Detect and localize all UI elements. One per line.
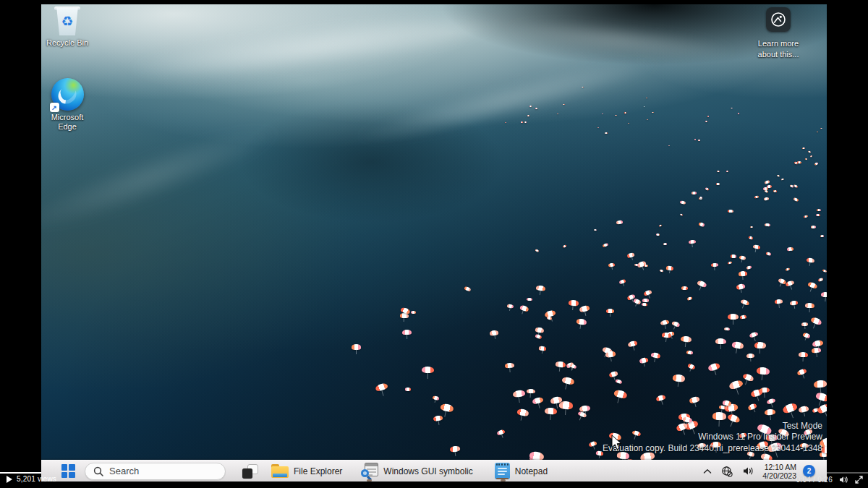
running-indicator — [367, 479, 372, 481]
flamingo — [527, 388, 535, 393]
task-view-button[interactable] — [241, 463, 260, 480]
flamingo — [812, 339, 824, 347]
flamingo — [754, 342, 766, 348]
flamingo — [666, 265, 674, 270]
flamingo — [817, 403, 827, 415]
flamingo — [490, 330, 499, 335]
player-volume-icon[interactable] — [839, 476, 848, 484]
flamingo — [643, 289, 652, 296]
flamingo — [778, 278, 787, 285]
flamingo — [579, 405, 590, 413]
watermark-line: Evaluation copy. Build 23440.ni_prerelea… — [603, 443, 822, 455]
flamingo — [749, 332, 758, 339]
flamingo — [707, 362, 720, 372]
start-button[interactable] — [59, 463, 77, 480]
flamingo — [608, 262, 616, 267]
flamingo — [820, 235, 824, 237]
flamingo — [712, 411, 727, 419]
desktop-icon-recycle-bin[interactable]: ♻ Recycle Bin — [41, 7, 95, 48]
flamingo — [797, 160, 801, 163]
volume-button[interactable] — [741, 463, 756, 480]
flamingo — [535, 327, 545, 333]
flamingo — [680, 213, 684, 216]
globe-no-internet-icon — [721, 466, 733, 477]
desktop-icon-spotlight[interactable]: Learn more about this... — [749, 7, 807, 59]
network-status-button[interactable] — [720, 463, 734, 480]
flamingo — [597, 127, 600, 128]
flamingo — [723, 400, 732, 406]
taskbar-left-group: Search File Explorer — [41, 461, 552, 481]
flamingo — [747, 403, 757, 411]
flamingo — [602, 346, 613, 355]
flamingo — [535, 334, 542, 339]
recycle-bin-icon: ♻ — [54, 7, 81, 36]
flamingo — [794, 161, 799, 165]
flamingo — [527, 115, 529, 116]
flamingo — [804, 215, 808, 218]
flamingo — [750, 388, 763, 398]
search-icon — [93, 466, 103, 476]
flamingo — [716, 183, 720, 185]
taskbar: Search File Explorer — [41, 460, 827, 481]
flamingo — [497, 429, 506, 435]
flamingo — [796, 368, 807, 376]
taskbar-app-file-explorer[interactable]: File Explorer — [267, 462, 346, 481]
flamingo — [582, 87, 583, 87]
flamingo — [570, 364, 577, 369]
player-controls: 0:04 / 0:26 — [796, 476, 863, 484]
flamingo — [506, 304, 514, 308]
flamingo — [660, 270, 664, 273]
flamingo — [529, 106, 532, 107]
flamingo — [538, 346, 546, 351]
clock[interactable]: 12:10 AM 4/20/2023 — [762, 463, 796, 480]
watermark-line: Windows 11 Pro Insider Preview — [603, 432, 822, 443]
flamingo — [519, 304, 529, 312]
flamingo — [731, 108, 733, 109]
flamingo — [512, 390, 525, 398]
flamingo — [705, 121, 707, 122]
flamingo — [634, 263, 639, 266]
flamingo — [753, 244, 761, 249]
flamingo — [782, 402, 798, 414]
flamingo — [699, 197, 702, 198]
running-indicator — [501, 479, 506, 481]
flamingo — [663, 243, 667, 245]
flamingo — [812, 408, 819, 414]
search-input[interactable]: Search — [85, 463, 226, 480]
flamingo — [681, 286, 687, 290]
windows-gui-symbolic-icon — [361, 463, 378, 479]
flamingo — [433, 415, 443, 421]
flamingo — [785, 267, 790, 271]
flamingo — [639, 357, 648, 364]
flamingo — [765, 409, 775, 416]
flamingo — [810, 155, 813, 157]
flamingo — [618, 279, 626, 285]
flamingo — [694, 139, 696, 140]
flamingo — [807, 281, 818, 289]
flamingo — [698, 140, 700, 141]
flamingo — [672, 374, 685, 382]
flamingo — [561, 376, 574, 385]
notepad-icon — [495, 463, 510, 479]
flamingo — [793, 184, 798, 189]
fullscreen-icon[interactable] — [855, 476, 863, 484]
taskbar-app-windows-gui-symbolic[interactable]: Windows GUI symbolic — [357, 462, 477, 481]
flamingo — [667, 331, 675, 337]
flamingo — [375, 382, 388, 393]
video-player: ♻ Recycle Bin ↗ Microsoft Edge Learn m — [0, 0, 868, 488]
flamingo — [715, 338, 726, 345]
sandbar-swirl — [127, 4, 505, 90]
taskbar-app-notepad[interactable]: Notepad — [490, 462, 552, 481]
windows-logo-icon — [61, 464, 75, 478]
flamingo — [608, 370, 618, 377]
flamingo — [724, 403, 738, 412]
play-icon[interactable] — [7, 476, 12, 483]
flamingo — [821, 292, 827, 298]
flamingo — [739, 271, 748, 277]
desktop-icon-microsoft-edge[interactable]: ↗ Microsoft Edge — [41, 78, 95, 132]
flamingo — [728, 262, 732, 265]
flamingo — [805, 303, 814, 309]
tray-chevron-up-button[interactable] — [702, 463, 713, 480]
flamingo — [764, 180, 770, 184]
flamingo — [765, 252, 771, 255]
